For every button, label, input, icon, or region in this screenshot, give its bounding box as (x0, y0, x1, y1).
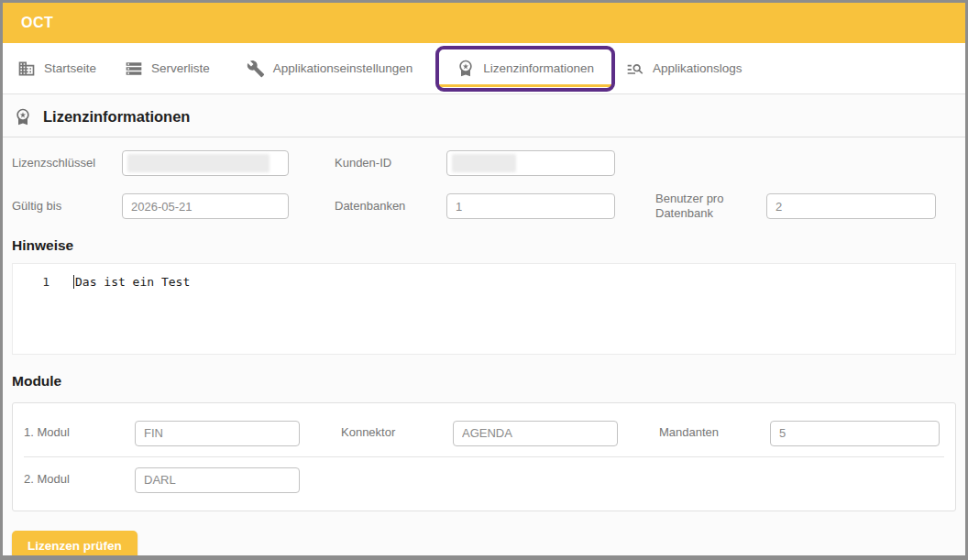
form-row-2: Gültig bis Datenbanken Benutzer pro Date… (12, 192, 956, 222)
tab-label: Lizenzinformationen (483, 61, 594, 75)
tab-lizenzinformationen[interactable]: Lizenzinformationen (437, 46, 613, 91)
module-heading: Module (12, 373, 956, 390)
modul2-label: 2. Modul (24, 472, 135, 487)
app-bar: OCT (3, 3, 965, 43)
editor-line-text: Das ist ein Test (75, 275, 190, 289)
hinweise-editor[interactable]: 1 Das ist ein Test (12, 263, 956, 355)
license-badge-icon (14, 107, 32, 126)
modul2-field[interactable] (135, 467, 300, 493)
tab-label: Startseite (44, 61, 96, 75)
tab-applikationslogs[interactable]: Applikationslogs (626, 60, 742, 78)
redacted-value (452, 154, 516, 172)
tab-label: Applikationslogs (653, 61, 742, 75)
app-window: OCT Startseite Serverliste Applikationse… (0, 0, 968, 560)
tab-applikationseinstellungen[interactable]: Applikationseinstellungen (247, 60, 412, 78)
modul1-field[interactable] (135, 421, 300, 446)
section-header: Lizenzinformationen (3, 94, 965, 137)
modul1-label: 1. Modul (24, 425, 135, 440)
datenbanken-field[interactable] (446, 193, 615, 219)
log-search-icon (626, 60, 644, 78)
redacted-value (127, 154, 270, 172)
module-box: 1. Modul Konnektor Mandanten 2. Modul (12, 402, 956, 511)
lizenzschluessel-label: Lizenzschlüssel (12, 156, 122, 170)
benutzer-pro-datenbank-label: Benutzer pro Datenbank (655, 192, 766, 222)
tab-lizenzinformationen-content[interactable]: Lizenzinformationen (456, 59, 594, 77)
building-icon (17, 60, 36, 78)
kunden-id-label: Kunden-ID (335, 156, 446, 170)
tab-label: Serverliste (151, 61, 210, 75)
konnektor-field[interactable] (453, 421, 618, 446)
form-row-1: Lizenzschlüssel Kunden-ID (12, 150, 956, 176)
gueltig-bis-field[interactable] (122, 193, 289, 219)
license-badge-icon (456, 59, 475, 77)
hinweise-heading: Hinweise (12, 237, 956, 254)
app-title: OCT (21, 15, 53, 31)
module-row-1: 1. Modul Konnektor Mandanten (24, 412, 944, 455)
check-licenses-button[interactable]: Lizenzen prüfen (12, 531, 138, 560)
wrench-icon (247, 60, 265, 78)
active-tab-indicator (439, 84, 611, 87)
main-content: Lizenzinformationen Lizenzschlüssel Kund… (3, 94, 965, 560)
line-number: 1 (13, 275, 50, 289)
konnektor-label: Konnektor (341, 425, 453, 440)
text-cursor (73, 275, 74, 289)
row-divider (24, 456, 944, 457)
module-row-2: 2. Modul (24, 459, 944, 501)
tab-serverliste[interactable]: Serverliste (125, 60, 210, 78)
license-form: Lizenzschlüssel Kunden-ID Gültig bis Dat… (12, 137, 956, 222)
page-title: Lizenzinformationen (43, 108, 190, 126)
server-list-icon (125, 60, 143, 78)
tab-label: Applikationseinstellungen (273, 61, 412, 75)
datenbanken-label: Datenbanken (335, 199, 446, 214)
main-nav: Startseite Serverliste Applikationseinst… (3, 43, 965, 94)
gueltig-bis-label: Gültig bis (12, 199, 122, 214)
benutzer-pro-datenbank-field[interactable] (766, 193, 936, 219)
mandanten-field[interactable] (770, 421, 940, 446)
mandanten-label: Mandanten (659, 425, 770, 440)
editor-line: 1 Das ist ein Test (13, 274, 955, 291)
tab-startseite[interactable]: Startseite (17, 60, 96, 78)
